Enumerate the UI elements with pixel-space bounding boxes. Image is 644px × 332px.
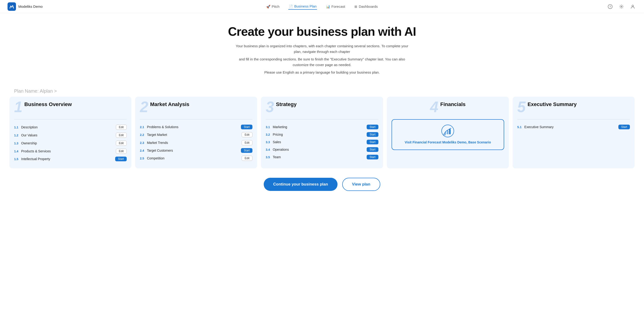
section-btn-2.3[interactable]: Edit [242, 140, 253, 145]
chapter-number-1: 1 [14, 100, 22, 115]
section-num-1.2: 1.2 [14, 134, 19, 137]
section-btn-3.2[interactable]: Start [367, 132, 378, 137]
pitch-icon: 🚀 [266, 5, 270, 9]
section-label-3.5: Team [273, 155, 281, 159]
section-num-3.1: 3.1 [266, 125, 271, 129]
chapter-header-1: 1Business Overview [14, 101, 127, 115]
section-num-3.5: 3.5 [266, 155, 271, 159]
chapter-number-5: 5 [517, 100, 526, 115]
section-label-2.5: Competition [147, 156, 164, 160]
section-btn-3.1[interactable]: Start [367, 125, 378, 129]
section-row-1-5: 1.5Intellectual PropertyStart [14, 155, 127, 163]
section-num-1.3: 1.3 [14, 142, 19, 145]
section-num-3.3: 3.3 [266, 140, 271, 144]
section-row-1-3: 1.3OwnershipEdit [14, 139, 127, 147]
section-btn-2.4[interactable]: Start [241, 148, 252, 153]
chapter-number-3: 3 [266, 100, 274, 115]
section-num-1.5: 1.5 [14, 157, 19, 161]
section-btn-1.5[interactable]: Start [115, 157, 127, 161]
section-btn-2.1[interactable]: Start [241, 125, 252, 129]
chapter-card-2: 2Market Analysis2.1Problems & SolutionsS… [135, 97, 257, 168]
hero-desc1: Your business plan is organized into cha… [233, 43, 411, 55]
app-name: Modeliks Demo [18, 5, 42, 9]
section-label-5.1: Executive Summary [524, 125, 554, 129]
section-num-3.4: 3.4 [266, 148, 271, 151]
section-num-2.1: 2.1 [140, 125, 145, 129]
section-row-2-3: 2.3Market TrendsEdit [140, 139, 252, 147]
nav-business-plan[interactable]: 📄 Business Plan [288, 3, 317, 10]
section-row-1-2: 1.2Our ValuesEdit [14, 131, 127, 139]
main-nav: 🚀 Pitch 📄 Business Plan 📊 Forecast ⊞ Das… [266, 3, 378, 10]
section-label-2.1: Problems & Solutions [147, 125, 178, 129]
section-label-1.5: Intellectual Property [21, 157, 50, 161]
section-btn-2.2[interactable]: Edit [242, 132, 253, 137]
section-row-3-1: 3.1MarketingStart [266, 123, 378, 131]
chapter-card-4: 4Financials Visit Financial Forecast Mod… [387, 97, 509, 168]
section-btn-2.5[interactable]: Edit [242, 156, 253, 161]
section-label-2.4: Target Customers [147, 149, 173, 152]
section-label-3.2: Pricing [273, 133, 283, 136]
chapter-title-2: Market Analysis [150, 101, 190, 107]
svg-point-3 [632, 5, 634, 7]
section-label-1.1: Description [21, 125, 38, 129]
svg-rect-7 [449, 129, 450, 134]
hero-desc3: Please use English as a primary language… [233, 70, 411, 75]
chapter-header-3: 3Strategy [266, 101, 378, 115]
section-row-2-2: 2.2Target MarketEdit [140, 131, 252, 139]
chapter-card-5: 5Executive Summary5.1Executive SummarySt… [512, 97, 634, 168]
section-btn-1.1[interactable]: Edit [116, 125, 127, 130]
section-num-2.4: 2.4 [140, 149, 145, 152]
business-plan-icon: 📄 [289, 5, 293, 8]
nav-dashboards[interactable]: ⊞ Dashboards [354, 4, 378, 10]
section-btn-3.4[interactable]: Start [367, 147, 378, 152]
logo-area: Modeliks Demo [8, 2, 50, 11]
section-label-1.2: Our Values [21, 133, 37, 137]
financials-link-box[interactable]: Visit Financial Forecast Modeliks Demo, … [392, 119, 504, 150]
chapter-header-5: 5Executive Summary [517, 101, 630, 115]
section-label-2.2: Target Market [147, 133, 167, 137]
hero-section: Create your business plan with AI Your b… [0, 13, 644, 85]
section-btn-3.3[interactable]: Start [367, 140, 378, 144]
settings-button[interactable] [618, 3, 625, 10]
hero-title: Create your business plan with AI [4, 25, 640, 39]
section-row-3-4: 3.4OperationsStart [266, 146, 378, 153]
nav-pitch[interactable]: 🚀 Pitch [266, 4, 280, 10]
section-btn-3.5[interactable]: Start [367, 155, 378, 159]
svg-point-2 [621, 6, 622, 7]
section-label-3.1: Marketing [273, 125, 287, 129]
section-row-3-5: 3.5TeamStart [266, 153, 378, 161]
chapter-title-5: Executive Summary [528, 101, 576, 107]
section-num-5.1: 5.1 [517, 125, 522, 129]
view-plan-button[interactable]: View plan [342, 178, 380, 191]
section-btn-1.2[interactable]: Edit [116, 133, 127, 138]
nav-forecast[interactable]: 📊 Forecast [326, 4, 346, 10]
section-row-2-1: 2.1Problems & SolutionsStart [140, 123, 252, 131]
chapter-number-2: 2 [140, 100, 148, 115]
section-num-2.5: 2.5 [140, 157, 145, 160]
chapter-title-3: Strategy [276, 101, 296, 107]
chapter-title-1: Business Overview [24, 101, 72, 107]
section-num-1.1: 1.1 [14, 126, 19, 129]
section-row-5-1: 5.1Executive SummaryStart [517, 123, 630, 131]
section-label-1.4: Products & Services [21, 149, 51, 153]
bottom-actions: Continue your business plan View plan [0, 168, 644, 205]
section-row-3-2: 3.2PricingStart [266, 131, 378, 138]
plan-name[interactable]: Plan Name: Alplan > [14, 88, 57, 94]
help-button[interactable]: ? [606, 3, 614, 10]
section-row-3-3: 3.3SalesStart [266, 138, 378, 146]
logo-icon [8, 2, 16, 11]
chapter-number-4: 4 [430, 100, 438, 115]
section-row-2-5: 2.5CompetitionEdit [140, 154, 252, 162]
forecast-icon: 📊 [326, 5, 330, 9]
section-btn-5.1[interactable]: Start [618, 125, 630, 129]
svg-rect-6 [447, 131, 448, 134]
section-btn-1.3[interactable]: Edit [116, 141, 127, 146]
hero-desc2: and fill in the corresponding sections. … [233, 57, 411, 68]
section-label-3.4: Operations [273, 148, 288, 151]
section-btn-1.4[interactable]: Edit [116, 149, 127, 154]
section-label-2.3: Market Trends [147, 141, 168, 145]
header-actions: ? [606, 3, 636, 10]
continue-button[interactable]: Continue your business plan [264, 178, 337, 191]
svg-text:?: ? [609, 5, 611, 9]
user-button[interactable] [629, 3, 636, 10]
